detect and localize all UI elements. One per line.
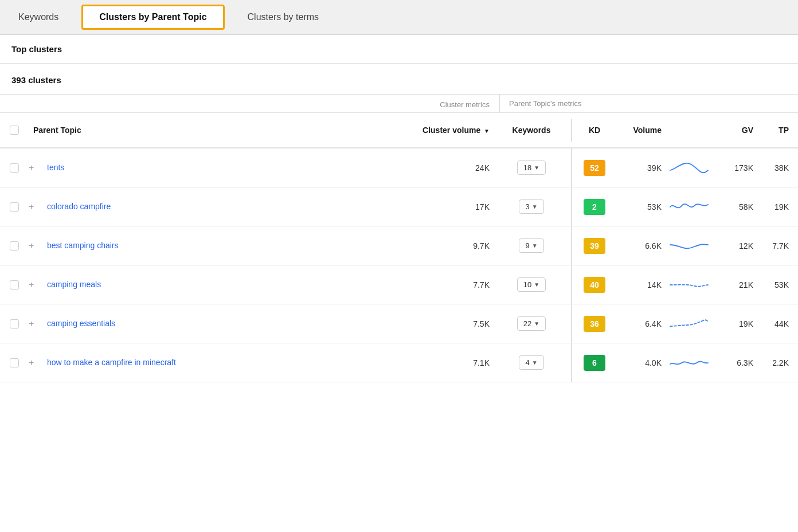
row-expand-icon-0[interactable]: + <box>29 163 42 173</box>
row-expand-icon-5[interactable]: + <box>29 358 42 368</box>
keywords-badge-0[interactable]: 18 ▼ <box>517 161 546 175</box>
row-select-checkbox-5[interactable] <box>10 358 19 367</box>
tab-clusters-terms[interactable]: Clusters by terms <box>229 0 337 34</box>
row-tp-3: 53K <box>758 280 798 290</box>
row-kd-4: 36 <box>574 316 615 332</box>
row-volume-4: 6.4K <box>615 319 666 328</box>
clusters-count: 393 clusters <box>0 64 798 95</box>
row-topic-link-1[interactable]: colorado campfire <box>47 201 391 213</box>
table-container: Cluster metrics Parent Topic's metrics P… <box>0 95 798 382</box>
row-topic-link-2[interactable]: best camping chairs <box>47 240 391 252</box>
row-chart-3 <box>666 276 712 294</box>
keywords-badge-1[interactable]: 3 ▼ <box>519 200 543 214</box>
row-select-checkbox-0[interactable] <box>10 163 19 173</box>
header-cluster-volume[interactable]: Cluster volume ▼ <box>391 126 494 135</box>
row-cluster-volume-0: 24K <box>391 163 494 173</box>
row-cluster-volume-5: 7.1K <box>391 358 494 367</box>
row-cluster-volume-2: 9.7K <box>391 241 494 251</box>
row-chart-4 <box>666 315 712 333</box>
cluster-metrics-label: Cluster metrics <box>0 96 499 111</box>
kd-badge-3: 40 <box>584 277 605 293</box>
column-header-row: Parent Topic Cluster volume ▼ Keywords K… <box>0 113 798 148</box>
tab-bar: Keywords Clusters by Parent Topic Cluste… <box>0 0 798 35</box>
row-checkbox-0 <box>0 163 29 173</box>
keywords-dropdown-icon-5: ▼ <box>532 359 538 366</box>
row-tp-2: 7.7K <box>758 241 798 251</box>
kd-badge-0: 52 <box>584 160 605 176</box>
row-checkbox-3 <box>0 280 29 290</box>
row-topic-link-3[interactable]: camping meals <box>47 279 391 291</box>
row-gv-0: 173K <box>712 163 758 173</box>
sparkline-4 <box>669 315 709 333</box>
row-volume-5: 4.0K <box>615 358 666 367</box>
tab-keywords[interactable]: Keywords <box>0 0 77 34</box>
row-keywords-1: 3 ▼ <box>494 200 569 214</box>
row-divider-0 <box>571 148 572 187</box>
row-expand-icon-2[interactable]: + <box>29 241 42 251</box>
row-checkbox-2 <box>0 241 29 251</box>
row-expand-icon-1[interactable]: + <box>29 202 42 212</box>
metrics-header: Cluster metrics Parent Topic's metrics <box>0 95 798 113</box>
row-chart-0 <box>666 159 712 177</box>
row-expand-icon-3[interactable]: + <box>29 280 42 290</box>
sparkline-5 <box>669 354 709 372</box>
row-volume-0: 39K <box>615 163 666 173</box>
keywords-badge-4[interactable]: 22 ▼ <box>517 316 546 331</box>
table-row: + how to make a campfire in minecraft 7.… <box>0 343 798 382</box>
row-select-checkbox-2[interactable] <box>10 241 19 251</box>
kd-badge-5: 6 <box>584 355 605 371</box>
row-keywords-2: 9 ▼ <box>494 238 569 253</box>
row-select-checkbox-4[interactable] <box>10 319 19 328</box>
table-row: + colorado campfire 17K 3 ▼ 2 53K 58K 19… <box>0 187 798 226</box>
header-gv: GV <box>712 126 758 135</box>
row-kd-2: 39 <box>574 238 615 254</box>
header-kd: KD <box>574 126 615 135</box>
row-divider-5 <box>571 343 572 382</box>
row-topic-link-5[interactable]: how to make a campfire in minecraft <box>47 357 391 369</box>
row-kd-0: 52 <box>574 160 615 176</box>
row-divider-3 <box>571 265 572 304</box>
header-checkbox-col <box>0 126 29 135</box>
keywords-dropdown-icon-3: ▼ <box>534 281 539 288</box>
keywords-dropdown-icon-4: ▼ <box>534 320 539 327</box>
row-gv-5: 6.3K <box>712 358 758 367</box>
select-all-checkbox[interactable] <box>10 126 19 135</box>
row-kd-3: 40 <box>574 277 615 293</box>
sparkline-3 <box>669 276 709 294</box>
row-keywords-3: 10 ▼ <box>494 277 569 292</box>
sparkline-2 <box>669 237 709 255</box>
col-divider <box>571 119 572 142</box>
row-expand-icon-4[interactable]: + <box>29 319 42 329</box>
table-row: + camping meals 7.7K 10 ▼ 40 14K 21K 53K <box>0 265 798 304</box>
row-chart-2 <box>666 237 712 255</box>
sparkline-1 <box>669 198 709 216</box>
row-volume-3: 14K <box>615 280 666 290</box>
row-checkbox-4 <box>0 319 29 328</box>
row-keywords-5: 4 ▼ <box>494 355 569 370</box>
section-header: Top clusters <box>0 35 798 64</box>
sparkline-0 <box>669 159 709 177</box>
tab-clusters-parent[interactable]: Clusters by Parent Topic <box>81 5 224 30</box>
row-topic-link-4[interactable]: camping essentials <box>47 318 391 330</box>
table-body: + tents 24K 18 ▼ 52 39K 173K 38K + color… <box>0 148 798 382</box>
app-container: Keywords Clusters by Parent Topic Cluste… <box>0 0 798 532</box>
header-parent-topic: Parent Topic <box>29 126 391 135</box>
keywords-badge-3[interactable]: 10 ▼ <box>517 277 546 292</box>
row-topic-link-0[interactable]: tents <box>47 162 391 174</box>
row-cluster-volume-1: 17K <box>391 202 494 212</box>
keywords-badge-2[interactable]: 9 ▼ <box>519 238 543 253</box>
row-gv-3: 21K <box>712 280 758 290</box>
keywords-badge-5[interactable]: 4 ▼ <box>519 355 543 370</box>
row-tp-0: 38K <box>758 163 798 173</box>
keywords-dropdown-icon-0: ▼ <box>534 165 539 171</box>
table-row: + tents 24K 18 ▼ 52 39K 173K 38K <box>0 148 798 187</box>
row-select-checkbox-1[interactable] <box>10 202 19 212</box>
row-select-checkbox-3[interactable] <box>10 280 19 290</box>
header-keywords: Keywords <box>494 126 569 135</box>
row-volume-1: 53K <box>615 202 666 212</box>
row-gv-1: 58K <box>712 202 758 212</box>
row-divider-1 <box>571 187 572 226</box>
row-checkbox-5 <box>0 358 29 367</box>
row-tp-4: 44K <box>758 319 798 328</box>
row-gv-4: 19K <box>712 319 758 328</box>
